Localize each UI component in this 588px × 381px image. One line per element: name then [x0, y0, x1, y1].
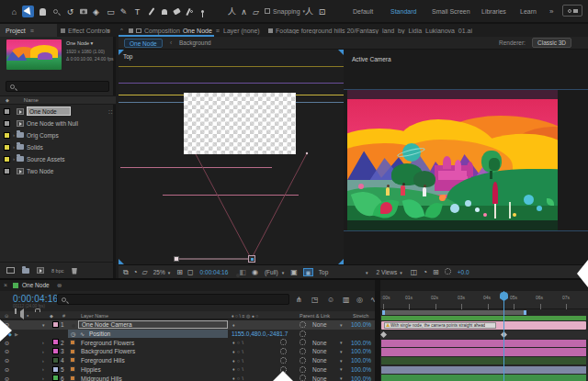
type-tool-icon[interactable]: T — [131, 6, 143, 17]
resolution-chevron-icon[interactable]: ▾ — [282, 270, 285, 275]
pixel-aspect-icon[interactable]: ◫ — [411, 269, 418, 276]
layer-row-hippies[interactable]: ⊙ › 5 Hippies ♦○\ None ▾ 100.0% — [0, 365, 375, 375]
keyframe-start[interactable] — [380, 331, 387, 337]
search-workspace-box[interactable] — [562, 5, 582, 17]
project-bpc[interactable]: 8 bpc — [51, 268, 63, 274]
channels-icon[interactable]: ◉ — [252, 269, 258, 276]
layer-name-header[interactable]: Layer Name — [81, 313, 108, 319]
camera-icon[interactable] — [248, 255, 255, 263]
property-row-position[interactable]: ◀ ◆ ▶ ◷ ∿ Position 1155.0,480.0,-2481.7 — [0, 330, 375, 339]
view-options-icon[interactable] — [445, 268, 451, 276]
project-item-one-node-null[interactable]: One Node with Null — [0, 118, 116, 129]
exposure-value[interactable]: +0.0 — [458, 269, 469, 275]
views-chevron-icon[interactable]: ▾ — [400, 270, 402, 275]
workspace-tab-standard[interactable]: Standard — [390, 0, 416, 22]
mask-rect-icon[interactable]: ▱ — [250, 6, 262, 17]
zoom-level[interactable]: 25% — [153, 269, 165, 275]
timeline-timecode[interactable]: 0:00:04:16 — [13, 294, 58, 304]
tab-project[interactable]: Project≡ — [0, 24, 57, 37]
layer-row-foreground-hills[interactable]: ⊙ › 4 Foreground Hills ♦○\ None ▾ 100.0% — [0, 356, 375, 365]
puppet-pin-tool-icon[interactable] — [197, 6, 209, 17]
resolution-dropdown[interactable]: (Full) — [265, 269, 278, 275]
selection-tool-icon[interactable] — [22, 6, 34, 17]
new-comp-icon[interactable] — [37, 267, 44, 274]
snapping-checkbox[interactable] — [265, 8, 270, 14]
layer-bar-background-flowers[interactable] — [381, 348, 586, 356]
frame-blend-icon[interactable]: ▥ — [343, 297, 350, 304]
layer-bar-midground-hills[interactable] — [381, 375, 586, 381]
expand-icon[interactable]: ⊡ — [316, 6, 328, 17]
work-area-end-handle[interactable] — [524, 310, 526, 315]
timeline-graph-area[interactable]: :00s 01s 02s 03s 04s 05s 06s 07s With si… — [380, 291, 588, 381]
work-area-bar[interactable] — [382, 310, 526, 315]
comp-mini-flowchart-icon[interactable]: ⋔ — [296, 297, 302, 304]
active-camera-viewport[interactable]: Active Camera — [344, 50, 588, 264]
position-value[interactable]: 1155.0,480.0,-2481.7 — [232, 331, 288, 337]
footer-view-name[interactable]: Top — [319, 269, 328, 275]
brush-tool-icon[interactable] — [145, 6, 157, 17]
workspace-overflow-icon[interactable]: » — [549, 0, 553, 22]
tab-effect-controls[interactable]: Effect Controls — [61, 24, 110, 37]
stretch-header[interactable]: Stretch — [353, 313, 368, 319]
roi-icon[interactable]: ▱ — [142, 269, 148, 276]
crumb-current-comp[interactable]: One Node — [124, 39, 163, 48]
roto-brush-tool-icon[interactable] — [184, 6, 196, 17]
transparency-grid-icon[interactable]: ⊞ — [433, 269, 439, 276]
person-icon[interactable]: ∧ — [238, 6, 250, 17]
project-item-solids[interactable]: › Solids — [0, 141, 116, 152]
hand-tool-icon[interactable] — [37, 6, 49, 17]
mask-vis-icon[interactable]: ◔ — [133, 269, 138, 276]
timeline-tab-close-icon[interactable]: ⊗ — [57, 282, 62, 289]
time-ruler[interactable]: :00s 01s 02s 03s 04s 05s 06s 07s — [380, 291, 588, 309]
layer-bar-foreground-flowers[interactable] — [381, 340, 586, 348]
project-item-orig-comps[interactable]: › Orig Comps — [0, 129, 116, 140]
project-search-input[interactable] — [6, 81, 109, 92]
name-column-header[interactable]: Name — [24, 97, 39, 103]
timeline-tab-label[interactable]: One Node — [22, 282, 50, 288]
layer-row-midground-hills[interactable]: ⊙ › 6 Midground Hills ♦○\ None ▾ 100.0% — [0, 374, 375, 381]
show-snapshot-icon[interactable]: ◧ — [239, 269, 246, 276]
work-area-start-handle[interactable] — [382, 310, 385, 315]
parent-link-header[interactable]: Parent & Link — [300, 313, 330, 319]
layer-row-foreground-flowers[interactable]: ⊙ › 2 Foreground Flowers ♦○\ None ▾ 100.… — [0, 338, 375, 347]
crumb-parent-comp[interactable]: Background — [179, 39, 211, 46]
shape-tool-icon[interactable]: ▭ — [105, 6, 117, 17]
layer-bar-hippies[interactable] — [381, 366, 586, 375]
views-dropdown[interactable]: 2 Views — [377, 269, 398, 275]
new-folder-icon[interactable] — [22, 268, 29, 274]
orbit-tool-icon[interactable]: ↺ — [64, 6, 76, 17]
interpret-footage-icon[interactable] — [6, 267, 15, 274]
zoom-tool-icon[interactable] — [50, 6, 62, 17]
snapping-toggle[interactable]: Snapping ▾ — [265, 0, 305, 22]
project-item-source-assets[interactable]: › Source Assets — [0, 153, 116, 164]
project-item-one-node[interactable]: One Node ∷ — [0, 106, 116, 117]
camera-tool-icon[interactable] — [77, 6, 89, 17]
timeline-panel-menu-icon[interactable]: × — [4, 282, 7, 288]
tab-layer[interactable]: Layer (none) — [223, 24, 260, 37]
project-tabs-overflow-icon[interactable]: » — [107, 24, 110, 37]
layer-marker[interactable]: With single node, the camera points stra… — [384, 322, 496, 330]
tab-footage[interactable]: Footage foreground hills 20/Fantasy_land… — [268, 24, 514, 37]
pan-behind-tool-icon[interactable]: ◈ — [90, 6, 102, 17]
run-person-icon[interactable]: 人 — [226, 6, 238, 17]
layer-bar-foreground-hills[interactable] — [381, 357, 586, 365]
views-collapse-icon[interactable]: ▾ — [366, 270, 368, 275]
tab-composition-prefix[interactable]: Composition — [144, 28, 180, 34]
workspace-tab-libraries[interactable]: Libraries — [481, 0, 506, 22]
workspace-tab-default[interactable]: Default — [353, 0, 373, 22]
flowchart-icon[interactable]: ⧉ — [123, 269, 129, 276]
carousel-arrow-bottom[interactable] — [273, 371, 293, 381]
grid-guides-icon[interactable]: ⊞ — [176, 269, 183, 276]
grid-person-icon[interactable]: 人 — [303, 6, 315, 17]
trash-icon[interactable] — [71, 267, 77, 275]
footer-timecode[interactable]: 0:00:04:16 — [200, 269, 229, 275]
top-view-viewport[interactable]: Top — [119, 50, 344, 264]
renderer-button[interactable]: Classic 3D — [532, 38, 571, 48]
target-region-icon[interactable]: ▣ — [290, 269, 298, 276]
workspace-tab-small-screen[interactable]: Small Screen — [432, 0, 470, 22]
hide-shy-icon[interactable]: ☺ — [327, 297, 334, 304]
project-item-two-node[interactable]: Two Node — [0, 165, 116, 176]
point-of-interest-handle[interactable] — [174, 256, 179, 262]
view-layout-icon[interactable]: ▦ — [303, 268, 313, 276]
layer-row-background-flowers[interactable]: ⊙ › 3 Background Flowers ♦○\ None ▾ 100.… — [0, 347, 375, 356]
